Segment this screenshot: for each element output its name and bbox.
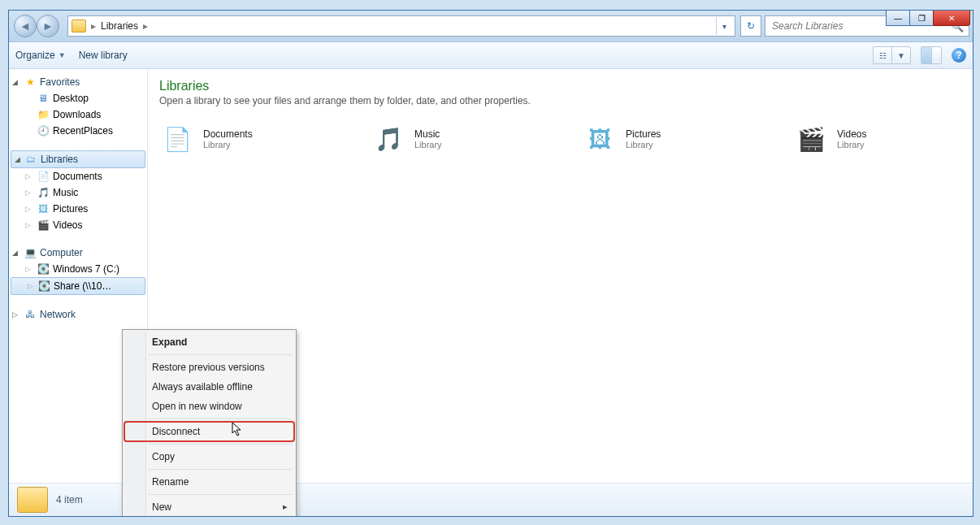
folder-icon [72, 20, 86, 33]
context-menu-expand[interactable]: Expand [124, 332, 294, 352]
refresh-button[interactable]: ↻ [740, 15, 761, 37]
sidebar-item-desktop[interactable]: 🖥 Desktop [9, 90, 147, 106]
music-label: Music [53, 187, 78, 198]
context-menu-open-new[interactable]: Open in new window [124, 397, 294, 416]
context-menu-restore[interactable]: Restore previous versions [124, 358, 294, 377]
network-label: Network [40, 309, 76, 320]
close-button[interactable]: ✕ [933, 10, 970, 26]
sidebar-item-share[interactable]: ▷ 💽 Share (\\10… [11, 277, 145, 295]
new-library-button[interactable]: New library [79, 50, 128, 61]
sidebar-item-downloads[interactable]: 📁 Downloads [9, 106, 147, 123]
desktop-icon: 🖥 [37, 92, 50, 105]
command-right: ☷ ▼ ? [873, 46, 966, 64]
library-grid: 📄 Documents Library 🎵 Music Library 🖼 [159, 121, 961, 157]
context-menu-separator [149, 494, 293, 495]
expand-icon[interactable]: ▷ [28, 282, 33, 290]
videos-icon: 🎬 [37, 219, 50, 232]
context-menu-separator [149, 419, 293, 419]
chevron-down-icon: ▼ [892, 47, 910, 63]
breadcrumb-sep-icon: ▸ [143, 20, 148, 32]
window-controls: — ❐ ✕ [887, 10, 970, 26]
downloads-icon: 📁 [37, 108, 50, 121]
address-dropdown-button[interactable]: ▾ [716, 17, 731, 35]
collapse-icon[interactable]: ◢ [15, 155, 23, 163]
computer-label: Computer [40, 247, 83, 258]
maximize-button[interactable]: ❐ [909, 10, 934, 26]
libraries-label: Libraries [41, 154, 78, 165]
expand-icon[interactable]: ▷ [12, 310, 20, 319]
pictures-icon: 🖼 [37, 202, 50, 215]
sidebar-item-music[interactable]: ▷ 🎵 Music [9, 184, 147, 201]
share-label: Share (\\10… [54, 280, 111, 292]
status-text: 4 item [56, 494, 83, 505]
library-item-name: Pictures [626, 128, 661, 140]
library-item-name: Music [414, 128, 442, 140]
breadcrumb-sep-icon: ▸ [91, 20, 96, 32]
context-menu-separator [149, 444, 293, 445]
explorer-window: — ❐ ✕ ◄ ► ▸ Libraries ▸ ▾ ↻ 🔍 Organize ▼ [8, 10, 973, 517]
sidebar-item-documents[interactable]: ▷ 📄 Documents [9, 168, 147, 184]
desktop-label: Desktop [53, 93, 89, 104]
help-button[interactable]: ? [952, 48, 966, 63]
library-item-type: Library [837, 140, 866, 150]
titlebar: — ❐ ✕ ◄ ► ▸ Libraries ▸ ▾ ↻ 🔍 [9, 11, 973, 42]
sidebar-item-libraries[interactable]: ◢ 🗂 Libraries [11, 150, 145, 168]
view-icon: ☷ [874, 47, 892, 63]
downloads-label: Downloads [53, 109, 101, 120]
documents-icon: 📄 [37, 170, 50, 183]
sidebar-item-favorites[interactable]: ◢ ★ Favorites [9, 74, 147, 90]
music-icon: 🎵 [371, 121, 406, 157]
pictures-label: Pictures [53, 203, 88, 215]
drive-icon: 💽 [37, 262, 50, 276]
preview-pane-button[interactable] [921, 46, 942, 64]
sidebar-item-drive-c[interactable]: ▷ 💽 Windows 7 (C:) [9, 261, 147, 277]
new-library-label: New library [79, 50, 128, 61]
sidebar-item-videos[interactable]: ▷ 🎬 Videos [9, 217, 147, 233]
expand-icon[interactable]: ▷ [25, 221, 31, 229]
expand-icon[interactable]: ▷ [25, 189, 31, 197]
library-item-type: Library [414, 140, 442, 150]
chevron-down-icon: ▼ [59, 51, 66, 59]
expand-icon[interactable]: ▷ [25, 205, 31, 213]
view-options-button[interactable]: ☷ ▼ [873, 46, 911, 64]
computer-icon: 💻 [24, 246, 37, 259]
network-group: ▷ 🖧 Network [9, 306, 147, 323]
context-menu-offline[interactable]: Always available offline [124, 377, 294, 397]
sidebar-item-network[interactable]: ▷ 🖧 Network [9, 306, 147, 323]
library-item-type: Library [203, 140, 253, 150]
documents-icon: 📄 [159, 121, 195, 157]
address-bar[interactable]: ▸ Libraries ▸ ▾ [67, 15, 735, 37]
context-menu-new[interactable]: New [124, 497, 294, 517]
minimize-button[interactable]: — [886, 10, 910, 26]
collapse-icon[interactable]: ◢ [12, 78, 20, 86]
organize-label: Organize [15, 50, 55, 61]
sidebar-item-recentplaces[interactable]: 🕘 RecentPlaces [9, 123, 147, 139]
expand-icon[interactable]: ▷ [25, 265, 31, 273]
context-menu-rename[interactable]: Rename [124, 472, 294, 492]
library-item-pictures[interactable]: 🖼 Pictures Library [582, 121, 744, 157]
back-button[interactable]: ◄ [14, 15, 37, 37]
expand-icon[interactable]: ▷ [25, 172, 31, 180]
address-right: ▾ [716, 17, 731, 35]
command-bar: Organize ▼ New library ☷ ▼ ? [9, 42, 973, 69]
videos-label: Videos [53, 219, 82, 231]
forward-button[interactable]: ► [37, 15, 59, 37]
videos-icon: 🎬 [793, 121, 829, 157]
organize-button[interactable]: Organize ▼ [15, 50, 66, 61]
recent-icon: 🕘 [37, 124, 50, 137]
sidebar-item-pictures[interactable]: ▷ 🖼 Pictures [9, 201, 147, 217]
music-icon: 🎵 [37, 186, 50, 199]
library-item-documents[interactable]: 📄 Documents Library [159, 121, 322, 157]
drive-c-label: Windows 7 (C:) [53, 263, 119, 275]
library-item-videos[interactable]: 🎬 Videos Library [793, 121, 956, 157]
library-item-type: Library [626, 140, 661, 150]
breadcrumb-root[interactable]: Libraries [101, 20, 138, 32]
context-menu-copy[interactable]: Copy [124, 447, 294, 466]
documents-label: Documents [53, 171, 102, 182]
context-menu-disconnect[interactable]: Disconnect [124, 422, 294, 441]
library-item-music[interactable]: 🎵 Music Library [371, 121, 533, 157]
page-subtitle: Open a library to see your files and arr… [159, 95, 961, 106]
star-icon: ★ [24, 76, 37, 89]
sidebar-item-computer[interactable]: ◢ 💻 Computer [9, 245, 147, 261]
collapse-icon[interactable]: ◢ [12, 249, 20, 257]
